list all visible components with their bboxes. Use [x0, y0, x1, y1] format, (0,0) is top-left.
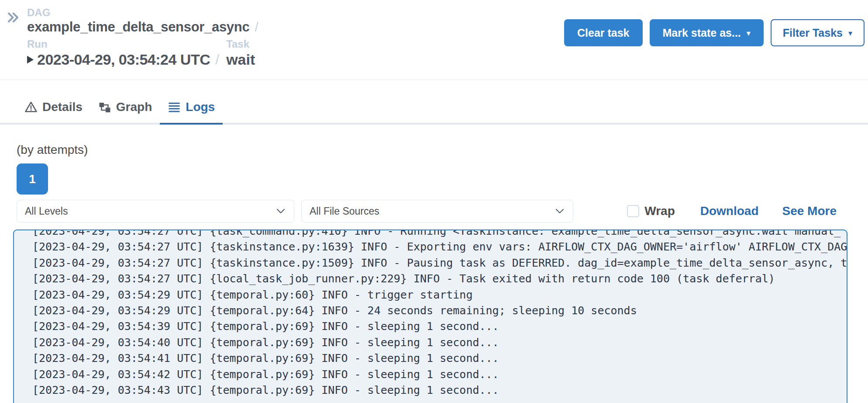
logs-panel: (by attempts) 1 All Levels All File Sour… [0, 143, 868, 403]
log-content: [2023-04-29, 03:54:27 UTC] {task_command… [32, 229, 847, 398]
filter-tasks-button[interactable]: Filter Tasks ▾ [771, 19, 865, 46]
wrap-checkbox[interactable] [627, 205, 639, 217]
graph-nodes-icon [98, 101, 111, 114]
double-chevron-right-icon[interactable] [6, 10, 20, 24]
log-output[interactable]: [2023-04-29, 03:54:27 UTC] {task_command… [13, 229, 847, 403]
log-filter-row: All Levels All File Sources Wrap Downloa… [17, 200, 851, 222]
tab-bar: Details Graph Logs [0, 80, 868, 125]
tab-graph[interactable]: Graph [90, 80, 160, 125]
chevron-down-icon [555, 208, 564, 214]
wrap-label: Wrap [644, 204, 675, 218]
breadcrumb: DAG example_time_delta_sensor_async / Ru… [6, 0, 258, 68]
file-source-select[interactable]: All File Sources [301, 200, 573, 222]
chevron-down-icon [276, 208, 285, 214]
breadcrumb-separator: / [215, 52, 219, 68]
tab-details[interactable]: Details [17, 80, 90, 125]
chevron-down-icon: ▾ [747, 28, 751, 38]
run-value[interactable]: 2023-04-29, 03:54:24 UTC [37, 51, 210, 68]
warning-triangle-icon [24, 101, 38, 114]
header: DAG example_time_delta_sensor_async / Ru… [0, 0, 868, 80]
task-instance-page: DAG example_time_delta_sensor_async / Ru… [0, 0, 868, 403]
dag-name[interactable]: example_time_delta_sensor_async [27, 19, 249, 35]
run-label: Run [27, 38, 219, 50]
clear-task-button[interactable]: Clear task [564, 19, 643, 46]
log-level-select[interactable]: All Levels [17, 200, 294, 222]
by-attempts-label: (by attempts) [17, 143, 868, 157]
chevron-down-icon: ▾ [848, 28, 852, 38]
breadcrumb-separator: / [255, 20, 258, 35]
see-more-link[interactable]: See More [782, 204, 837, 218]
log-lines-icon [168, 101, 181, 114]
download-link[interactable]: Download [700, 204, 759, 218]
dag-label: DAG [27, 7, 258, 18]
run-disclosure-caret-icon[interactable] [27, 56, 34, 64]
mark-state-button[interactable]: Mark state as... ▾ [650, 19, 764, 46]
header-actions: Clear task Mark state as... ▾ Filter Tas… [564, 19, 865, 46]
attempt-1-button[interactable]: 1 [17, 163, 48, 195]
tab-logs[interactable]: Logs [160, 80, 223, 125]
task-label: Task [226, 38, 255, 50]
task-value[interactable]: wait [226, 51, 255, 68]
